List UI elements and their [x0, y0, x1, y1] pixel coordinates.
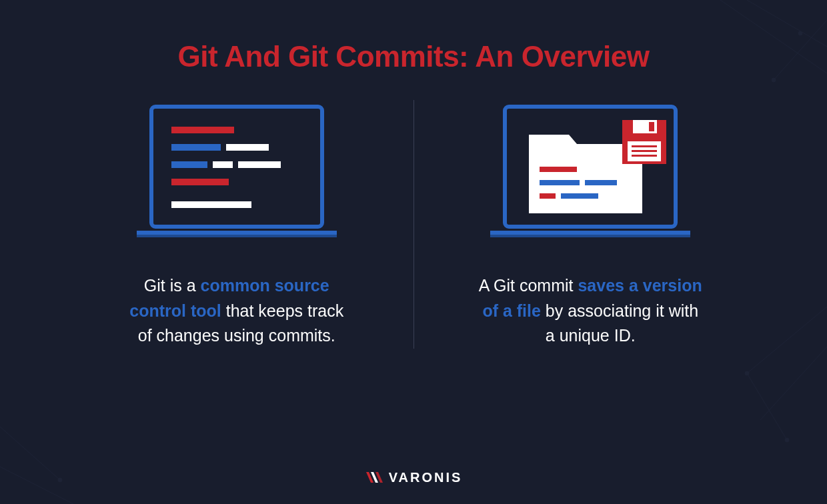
svg-rect-22 — [238, 161, 281, 168]
left-description: Git is a common source control tool that… — [123, 273, 350, 349]
svg-rect-38 — [632, 145, 657, 147]
svg-point-3 — [772, 78, 776, 82]
svg-line-7 — [747, 373, 787, 440]
right-post: by associating it with a unique ID. — [541, 301, 698, 345]
laptop-code-icon — [123, 100, 350, 253]
svg-rect-29 — [540, 167, 577, 172]
svg-rect-20 — [171, 161, 207, 168]
svg-rect-31 — [585, 180, 617, 185]
svg-rect-39 — [632, 150, 657, 152]
svg-rect-36 — [649, 122, 654, 131]
footer: VARONIS — [0, 470, 827, 487]
svg-line-6 — [760, 347, 827, 420]
left-pre: Git is a — [144, 276, 201, 295]
svg-rect-16 — [137, 235, 337, 237]
page-title: Git And Git Commits: An Overview — [0, 0, 827, 73]
svg-rect-23 — [171, 179, 229, 185]
left-column: Git is a common source control tool that… — [67, 100, 407, 349]
svg-rect-18 — [171, 144, 221, 151]
svg-point-8 — [745, 371, 749, 375]
svg-rect-21 — [213, 161, 233, 168]
right-pre: A Git commit — [479, 276, 578, 295]
svg-rect-27 — [490, 231, 690, 235]
svg-rect-19 — [226, 144, 269, 151]
svg-point-9 — [785, 438, 789, 442]
svg-rect-30 — [540, 180, 580, 185]
svg-rect-40 — [632, 155, 657, 157]
svg-rect-24 — [171, 201, 251, 208]
svg-rect-33 — [561, 193, 598, 199]
laptop-save-file-icon — [477, 100, 704, 253]
right-column: A Git commit saves a version of a file b… — [421, 100, 761, 349]
brand-logo: VARONIS — [365, 470, 463, 485]
right-description: A Git commit saves a version of a file b… — [477, 273, 704, 349]
svg-rect-28 — [490, 235, 690, 237]
svg-rect-17 — [171, 127, 234, 133]
column-divider — [414, 100, 414, 349]
brand-mark-icon — [365, 471, 383, 484]
brand-text: VARONIS — [389, 470, 463, 485]
svg-rect-32 — [540, 193, 556, 199]
svg-rect-15 — [137, 231, 337, 235]
columns: Git is a common source control tool that… — [0, 100, 827, 349]
